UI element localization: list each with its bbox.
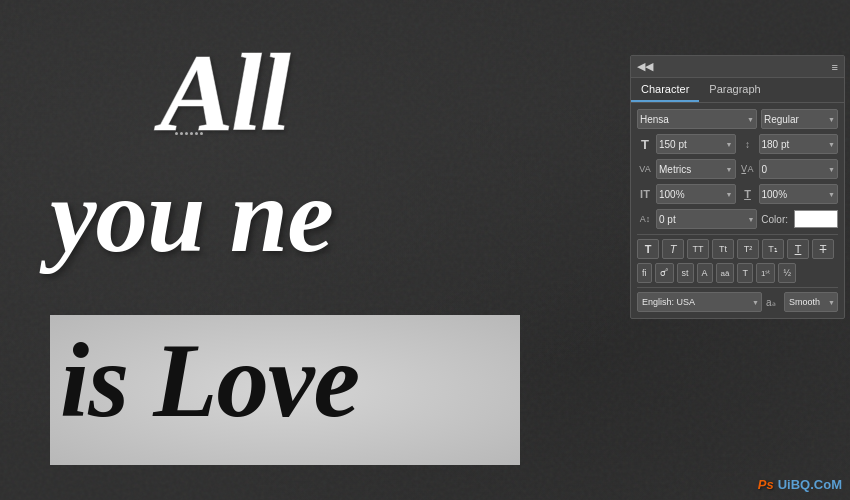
language-select[interactable]: English: USA bbox=[637, 292, 762, 312]
font-family-row: Hensa Regular bbox=[637, 109, 838, 129]
kerning-group: VA Metrics bbox=[637, 159, 736, 179]
divider-1 bbox=[637, 234, 838, 235]
smooth-select-wrapper: Smooth None Sharp Crisp Strong bbox=[784, 292, 838, 312]
opentype-row: fi ơ˚ st A aā T 1ˢᵗ ½ bbox=[637, 263, 838, 283]
typo-strikethrough-btn[interactable]: T bbox=[812, 239, 834, 259]
font-family-select[interactable]: Hensa bbox=[637, 109, 757, 129]
tab-paragraph[interactable]: Paragraph bbox=[699, 78, 770, 102]
ot-superscript-btn[interactable]: 1ˢᵗ bbox=[756, 263, 775, 283]
text-all[interactable]: All bbox=[160, 30, 289, 157]
font-size-icon: T bbox=[637, 137, 653, 152]
character-panel: ◀◀ ≡ Character Paragraph Hensa Regular bbox=[630, 55, 845, 319]
typo-smallcaps-btn[interactable]: Tt bbox=[712, 239, 734, 259]
horizontal-scale-select[interactable]: 100% bbox=[759, 184, 839, 204]
typo-underline-btn[interactable]: T bbox=[787, 239, 809, 259]
language-select-wrapper: English: USA bbox=[637, 292, 762, 312]
ot-titling-btn[interactable]: A bbox=[697, 263, 713, 283]
kerning-icon: VA bbox=[637, 164, 653, 174]
typo-subscript-btn[interactable]: T₁ bbox=[762, 239, 784, 259]
tracking-group: V̲A 0 bbox=[740, 159, 839, 179]
watermark-site: UiBQ.CoM bbox=[778, 477, 842, 492]
typo-buttons-row: T T TT Tt T² T₁ T T bbox=[637, 239, 838, 259]
kerning-select[interactable]: Metrics bbox=[656, 159, 736, 179]
panel-tabs: Character Paragraph bbox=[631, 78, 844, 103]
leading-select[interactable]: 180 pt bbox=[759, 134, 839, 154]
tracking-select[interactable]: 0 bbox=[759, 159, 839, 179]
tab-character[interactable]: Character bbox=[631, 78, 699, 102]
tracking-icon: V̲A bbox=[740, 164, 756, 174]
baseline-color-row: A↕ 0 pt Color: bbox=[637, 209, 838, 229]
typo-superscript-btn[interactable]: T² bbox=[737, 239, 759, 259]
font-style-select[interactable]: Regular bbox=[761, 109, 838, 129]
text-you-ne[interactable]: you ne bbox=[50, 155, 333, 276]
color-group: Color: bbox=[761, 210, 838, 228]
anti-alias-icon: aₐ bbox=[766, 297, 780, 308]
leading-icon: ↕ bbox=[740, 139, 756, 150]
kerning-tracking-row: VA Metrics V̲A 0 bbox=[637, 159, 838, 179]
ot-fractions-btn[interactable]: ½ bbox=[778, 263, 796, 283]
color-swatch[interactable] bbox=[794, 210, 838, 228]
divider-2 bbox=[637, 287, 838, 288]
ot-ligature-btn[interactable]: fi bbox=[637, 263, 652, 283]
panel-title-bar: ◀◀ ≡ bbox=[631, 56, 844, 78]
panel-collapse-btn[interactable]: ◀◀ bbox=[637, 60, 653, 73]
ot-contextual-btn[interactable]: aā bbox=[716, 263, 735, 283]
font-size-group: T 150 pt bbox=[637, 134, 736, 154]
ot-ordinal-btn[interactable]: ơ˚ bbox=[655, 263, 674, 283]
panel-body: Hensa Regular T 150 pt ↕ bbox=[631, 103, 844, 318]
typo-italic-btn[interactable]: T bbox=[662, 239, 684, 259]
font-size-select[interactable]: 150 pt bbox=[656, 134, 736, 154]
size-leading-row: T 150 pt ↕ 180 pt bbox=[637, 134, 838, 154]
horizontal-scale-group: T 100% bbox=[740, 184, 839, 204]
typo-bold-btn[interactable]: T bbox=[637, 239, 659, 259]
vertical-scale-select[interactable]: 100% bbox=[656, 184, 736, 204]
text-is-love[interactable]: is Love bbox=[60, 320, 359, 441]
typo-allcaps-btn[interactable]: TT bbox=[687, 239, 709, 259]
ot-swash-btn[interactable]: st bbox=[677, 263, 694, 283]
horizontal-scale-icon: T bbox=[740, 188, 756, 200]
baseline-icon: A↕ bbox=[637, 214, 653, 224]
scale-row: IT 100% T 100% bbox=[637, 184, 838, 204]
color-label: Color: bbox=[761, 214, 788, 225]
leading-group: ↕ 180 pt bbox=[740, 134, 839, 154]
baseline-group: A↕ 0 pt bbox=[637, 209, 757, 229]
vertical-scale-group: IT 100% bbox=[637, 184, 736, 204]
text-decoration bbox=[175, 132, 203, 135]
baseline-select[interactable]: 0 pt bbox=[656, 209, 757, 229]
anti-alias-select[interactable]: Smooth None Sharp Crisp Strong bbox=[784, 292, 838, 312]
language-antialias-row: English: USA aₐ Smooth None Sharp Crisp … bbox=[637, 292, 838, 312]
vertical-scale-icon: IT bbox=[637, 188, 653, 200]
ot-discretionary-btn[interactable]: T bbox=[737, 263, 753, 283]
panel-menu-btn[interactable]: ≡ bbox=[832, 61, 838, 73]
watermark-ps: Ps bbox=[758, 477, 774, 492]
watermark: Ps UiBQ.CoM bbox=[758, 477, 842, 492]
